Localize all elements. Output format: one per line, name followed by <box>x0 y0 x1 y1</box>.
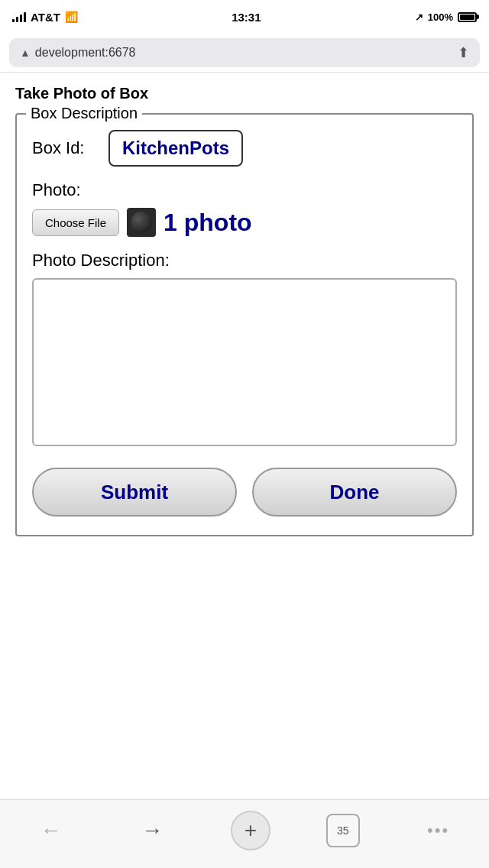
box-id-label: Box Id: <box>32 138 108 158</box>
plus-icon: + <box>244 818 257 843</box>
battery-percent: 100% <box>428 11 453 23</box>
status-right: ↗ 100% <box>415 11 477 23</box>
location-icon: ↗ <box>415 11 423 23</box>
photo-count: 1 photo <box>164 209 252 237</box>
more-button[interactable]: ••• <box>416 811 461 850</box>
photo-label-row: Photo: <box>32 180 457 200</box>
wifi-icon: 📶 <box>65 11 78 23</box>
back-arrow-icon: ← <box>40 818 61 843</box>
tabs-button[interactable]: 35 <box>326 814 360 847</box>
photo-thumbnail-inner <box>131 212 152 233</box>
form-fieldset: Box Description Box Id: KitchenPots Phot… <box>15 113 474 536</box>
url-text: development:6678 <box>35 46 136 60</box>
photo-row: Choose File 1 photo <box>32 208 457 237</box>
new-tab-button[interactable]: + <box>231 811 270 850</box>
choose-file-button[interactable]: Choose File <box>32 209 119 236</box>
carrier-label: AT&T <box>31 11 60 24</box>
battery-icon <box>458 12 477 22</box>
submit-button[interactable]: Submit <box>32 468 237 517</box>
photo-label: Photo: <box>32 180 81 199</box>
form-legend: Box Description <box>26 105 142 122</box>
box-id-row: Box Id: KitchenPots <box>32 130 457 167</box>
address-bar[interactable]: ▲ development:6678 ⬆︎ <box>9 38 480 67</box>
photo-desc-label: Photo Description: <box>32 251 457 270</box>
done-button[interactable]: Done <box>252 468 457 517</box>
photo-thumbnail <box>127 208 156 237</box>
main-content: Take Photo of Box Box Description Box Id… <box>0 73 489 536</box>
photo-description-textarea[interactable] <box>32 278 457 446</box>
address-url: ▲ development:6678 <box>20 46 136 60</box>
status-left: AT&T 📶 <box>12 11 78 24</box>
share-icon[interactable]: ⬆︎ <box>458 44 469 61</box>
buttons-row: Submit Done <box>32 468 457 517</box>
bottom-nav-bar: ← → + 35 ••• <box>0 799 489 868</box>
page-title: Take Photo of Box <box>15 85 474 102</box>
forward-arrow-icon: → <box>141 818 163 843</box>
address-bar-container: ▲ development:6678 ⬆︎ <box>0 34 489 73</box>
box-id-value: KitchenPots <box>108 130 243 167</box>
warning-icon: ▲ <box>20 47 31 59</box>
status-bar: AT&T 📶 13:31 ↗ 100% <box>0 0 489 34</box>
forward-button[interactable]: → <box>129 811 175 850</box>
signal-bars-icon <box>12 11 26 22</box>
tabs-count-label: 35 <box>337 824 349 837</box>
back-button[interactable]: ← <box>28 811 73 850</box>
more-icon: ••• <box>427 821 449 840</box>
status-time: 13:31 <box>232 11 261 24</box>
